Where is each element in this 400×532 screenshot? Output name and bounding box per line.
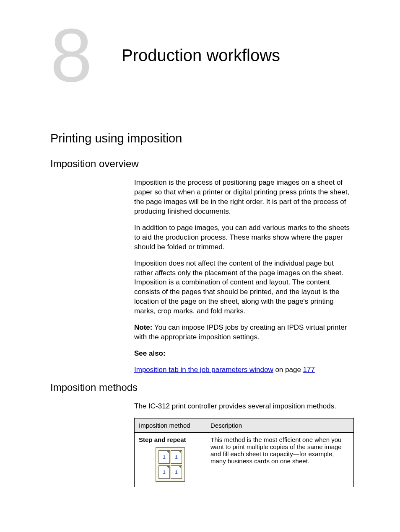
diagram-cell: 1: [158, 450, 170, 464]
see-also-line: Imposition tab in the job parameters win…: [134, 365, 354, 375]
note: Note: You can impose IPDS jobs by creati…: [134, 323, 354, 342]
subsection-heading-imposition-methods: Imposition methods: [50, 382, 354, 393]
chapter-number: 8: [50, 25, 92, 85]
paragraph: The IC-312 print controller provides sev…: [134, 402, 354, 411]
document-page: 8 Production workflows Printing using im…: [0, 0, 400, 512]
note-text: You can impose IPDS jobs by creating an …: [134, 323, 347, 341]
paragraph: Imposition is the process of positioning…: [134, 178, 354, 217]
chapter-title: Production workflows: [122, 46, 280, 65]
diagram-cell: 1: [171, 465, 182, 479]
cross-reference-link[interactable]: Imposition tab in the job parameters win…: [134, 366, 273, 374]
diagram-cell: 1: [158, 465, 170, 479]
section-heading-printing-using-imposition: Printing using imposition: [50, 132, 354, 145]
subsection-heading-imposition-overview: Imposition overview: [50, 158, 354, 170]
subsection-imposition-methods: Imposition methods The IC-312 print cont…: [50, 382, 354, 487]
paragraph: Imposition does not affect the content o…: [134, 259, 354, 317]
note-label: Note:: [134, 323, 152, 331]
table-header-row: Imposition method Description: [135, 418, 354, 432]
see-also-label: See also:: [134, 349, 354, 359]
see-also-mid-text: on page: [273, 366, 303, 374]
imposition-methods-table: Imposition method Description Step and r…: [134, 418, 354, 487]
cross-reference-page-link[interactable]: 177: [303, 366, 315, 374]
table-row: Step and repeat 1 1 1 1 This: [135, 432, 354, 487]
table-cell-method: Step and repeat 1 1 1 1: [135, 432, 206, 487]
diagram-cell: 1: [171, 450, 182, 464]
chapter-header: 8 Production workflows: [50, 25, 354, 85]
table-header-method: Imposition method: [135, 418, 206, 432]
method-name: Step and repeat: [139, 436, 202, 443]
table-header-description: Description: [206, 418, 354, 432]
paragraph: In addition to page images, you can add …: [134, 223, 354, 252]
step-and-repeat-diagram: 1 1 1 1: [156, 447, 185, 482]
body-column-methods: The IC-312 print controller provides sev…: [134, 402, 354, 487]
table-cell-description: This method is the most efficient one wh…: [206, 432, 354, 487]
body-column-overview: Imposition is the process of positioning…: [134, 178, 354, 375]
